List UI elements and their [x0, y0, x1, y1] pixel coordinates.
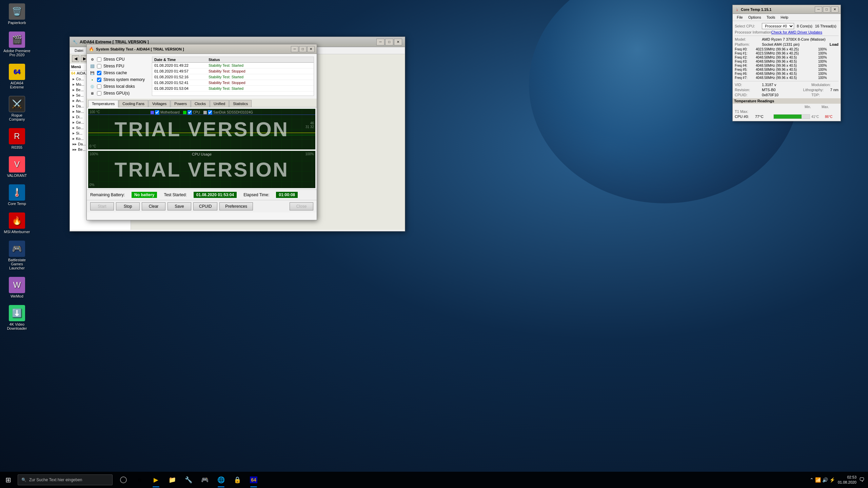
clear-button[interactable]: Clear	[142, 202, 165, 210]
freq-value-6: 4048.58MHz (99.96 x 40.5)	[756, 72, 817, 76]
tab-clocks[interactable]: Clocks	[191, 100, 210, 107]
aida64-close-btn[interactable]: ✕	[394, 39, 402, 45]
back-btn[interactable]: ◀	[72, 55, 79, 62]
taskbar-clock[interactable]: 02:53 01.08.2020	[838, 475, 856, 485]
stress-gpu-item[interactable]: 🖥 Stress GPU(s)	[90, 90, 151, 96]
aida64-menu-datei[interactable]: Datei	[72, 48, 86, 53]
stability-titlebar[interactable]: 🔥 System Stability Test - AIDA64 [ TRIAL…	[87, 44, 317, 54]
ct-menu-options[interactable]: Options	[746, 15, 764, 20]
tab-temperatures[interactable]: Temperatures	[88, 100, 118, 107]
taskbar-app-cortana[interactable]: ○	[115, 472, 132, 488]
legend-color-sandisk	[203, 111, 207, 114]
legend-checkbox-cpu[interactable]	[188, 110, 192, 115]
tab-unified[interactable]: Unified	[210, 100, 229, 107]
volume-icon[interactable]: 🔊	[822, 477, 828, 483]
stress-fpu-item[interactable]: 🔢 Stress FPU	[90, 63, 151, 69]
coretemp-close-btn[interactable]: ✕	[831, 6, 839, 13]
expand-icon: ▶	[73, 121, 75, 124]
taskbar-app-chrome[interactable]: 🌐	[213, 472, 229, 488]
desktop-icon-msi[interactable]: 🔥 MSI Afterburner	[3, 212, 31, 234]
taskbar-app-locked[interactable]: 🔒	[229, 472, 245, 488]
stress-disks-item[interactable]: 💿 Stress local disks	[90, 84, 151, 89]
stress-cpu-item[interactable]: ⚙ Stress CPU	[90, 57, 151, 62]
coretemp-minimize-btn[interactable]: ─	[815, 6, 822, 13]
taskbar-app-steam[interactable]: 🎮	[197, 472, 213, 488]
taskbar-app-taskview[interactable]: ⧉	[132, 472, 148, 488]
stability-window-controls: ─ □ ✕	[291, 46, 315, 52]
freq-pct-5: 100%	[818, 68, 839, 72]
aida64-window-controls: ─ □ ✕	[376, 39, 402, 45]
stress-gpu-checkbox[interactable]	[97, 91, 101, 96]
aida64-maximize-btn[interactable]: □	[385, 39, 393, 45]
log-header-row: Date & Time Status	[152, 57, 314, 63]
coretemp-maximize-btn[interactable]: □	[823, 6, 830, 13]
stress-cpu-checkbox[interactable]	[97, 57, 101, 62]
preferences-button[interactable]: Preferences	[219, 202, 253, 210]
desktop-icon-premiere[interactable]: 🎬 Adobe Premiere Pro 2020	[3, 32, 31, 57]
chevron-icon[interactable]: ⌃	[810, 477, 814, 483]
tab-cooling-fans[interactable]: Cooling Fans	[119, 100, 148, 107]
network-icon[interactable]: 📶	[815, 477, 821, 483]
stress-cache-item[interactable]: 💾 Stress cache	[90, 70, 151, 76]
ct-menu-tools[interactable]: Tools	[764, 15, 778, 20]
stress-memory-checkbox[interactable]	[97, 78, 101, 82]
taskbar-sys-icons: ⌃ 📶 🔊 ⚡	[810, 477, 835, 483]
desktop-icon-coretemp[interactable]: 🌡️ Core Temp	[3, 184, 31, 206]
cpu-usage-chart: CPU Usage 100% 0% 100% TRIAL VERSION	[88, 151, 315, 188]
ct-menu-file[interactable]: File	[734, 15, 746, 20]
stability-maximize-btn[interactable]: □	[299, 46, 307, 52]
freq-label-3: Freq #3:	[735, 60, 755, 63]
log-status-2: Stability Test: Stopped	[209, 69, 312, 73]
cpu0-label: CPU #0:	[735, 115, 755, 119]
desktop-icon-battlestate[interactable]: 🎮 Battlestate Games Launcher	[3, 241, 31, 270]
ct-select-cpu-label: Select CPU:	[735, 24, 762, 28]
stress-fpu-label: Stress FPU	[103, 64, 124, 68]
desktop-icon-rogue[interactable]: ⚔️ Rogue Company	[3, 96, 31, 121]
coretemp-titlebar[interactable]: 🌡️ Core Temp 1.15.1 ─ □ ✕	[733, 5, 841, 14]
notification-icon[interactable]: 🗨	[859, 477, 865, 483]
save-button[interactable]: Save	[167, 202, 191, 210]
ct-model-label: Model:	[735, 37, 762, 41]
desktop-icon-aida64[interactable]: 64 AIDA64 Extreme	[3, 64, 31, 89]
aida64-minimize-btn[interactable]: ─	[376, 39, 384, 45]
ct-load-label: Load	[830, 42, 839, 46]
stress-fpu-checkbox[interactable]	[97, 64, 101, 68]
desktop-icon-valorant[interactable]: V VALORANT	[3, 156, 31, 178]
stability-minimize-btn[interactable]: ─	[291, 46, 298, 52]
stability-test-window: 🔥 System Stability Test - AIDA64 [ TRIAL…	[86, 44, 317, 220]
taskbar-app-settings[interactable]: 🔧	[180, 472, 197, 488]
taskbar-app-64[interactable]: 64	[245, 472, 262, 488]
close-button[interactable]: Close	[290, 202, 313, 210]
tab-voltages[interactable]: Voltages	[149, 100, 170, 107]
winamp-icon: ▶	[154, 476, 158, 484]
ct-platform-row: Platform: Socket AM4 (1331 pin) Load	[735, 42, 839, 46]
start-button[interactable]: Start	[90, 202, 114, 210]
freq-label-0: Freq #0:	[735, 47, 755, 51]
ct-divider-2	[735, 81, 839, 81]
cpuid-button[interactable]: CPUID	[193, 202, 217, 210]
desktop-icon-r0355[interactable]: R R0355	[3, 128, 31, 149]
taskbar-app-explorer[interactable]: 📁	[164, 472, 180, 488]
desktop-icon-label: AIDA64 Extreme	[3, 81, 31, 89]
legend-checkbox-sandisk[interactable]	[208, 110, 212, 115]
stability-close-btn[interactable]: ✕	[307, 46, 315, 52]
expand-icon: ▶▶	[73, 143, 77, 146]
stress-disks-checkbox[interactable]	[97, 84, 101, 89]
ct-amd-link[interactable]: Check for AMD Driver Updates	[771, 30, 822, 34]
stress-cache-checkbox[interactable]	[97, 71, 101, 75]
desktop-icon-4kvideo[interactable]: ⬇️ 4K Video Downloader	[3, 305, 31, 330]
taskbar-app-winamp[interactable]: ▶	[148, 472, 164, 488]
tab-powers[interactable]: Powers	[171, 100, 191, 107]
stop-button[interactable]: Stop	[116, 202, 140, 210]
taskbar-search-box[interactable]: 🔍 Zur Suche Text hier eingeben	[18, 474, 113, 485]
desktop-icon-papierkorb[interactable]: 🗑️ Papierkorb	[3, 3, 31, 25]
start-button[interactable]: ⊞	[0, 472, 16, 488]
taskbar-right: ⌃ 📶 🔊 ⚡ 02:53 01.08.2020 🗨	[810, 475, 868, 485]
legend-checkbox-motherboard[interactable]	[155, 110, 159, 115]
aida64-taskbar-icon: 64	[250, 476, 257, 483]
stress-memory-item[interactable]: ▪ Stress system memory	[90, 77, 151, 82]
desktop-icon-wemod[interactable]: W WeMod	[3, 277, 31, 298]
ct-cpu-select[interactable]: Processor #0	[762, 23, 794, 29]
tab-statistics[interactable]: Statistics	[229, 100, 252, 107]
ct-menu-help[interactable]: Help	[778, 15, 791, 20]
